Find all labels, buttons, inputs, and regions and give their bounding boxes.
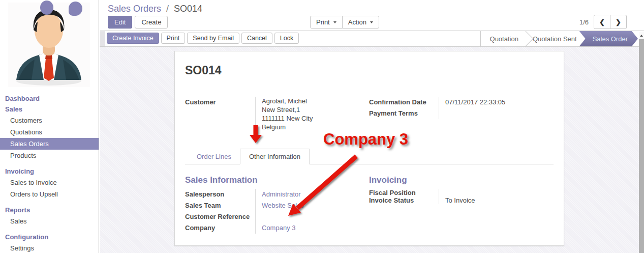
vertical-scrollbar[interactable]	[639, 32, 644, 253]
top-field-groups: Customer Agrolait, Michel New Street,1 1…	[185, 97, 554, 131]
main-area: Sales Orders / SO014 Edit Create Print A…	[100, 0, 644, 253]
statusbar-pipeline: Quotation Quotation Sent Sales Order	[480, 31, 638, 46]
avatar	[8, 3, 90, 87]
confirmation-date-value: 07/11/2017 22:33:05	[445, 97, 554, 108]
sidebar-item-customers[interactable]: Customers	[0, 115, 99, 126]
invoicing-fieldgroup: Fiscal Position Invoice Status To Invoic…	[369, 189, 554, 204]
customer-fieldgroup: Customer Agrolait, Michel New Street,1 1…	[185, 97, 364, 131]
customer-reference-label: Customer Reference	[185, 211, 255, 222]
workflow-buttons: Create Invoice Print Send by Email Cance…	[107, 33, 299, 44]
scrollbar-thumb[interactable]	[639, 39, 644, 253]
form-sheet: SO014 Customer Agrolait, Michel New Stre…	[174, 51, 564, 246]
sidebar-item-settings[interactable]: Settings	[0, 242, 99, 253]
decorative-circle-icon	[40, 1, 53, 15]
salesperson-link[interactable]: Administrator	[262, 189, 364, 200]
company-label: Company	[185, 222, 255, 234]
sheet-bottom-divider	[185, 246, 554, 246]
print-dropdown-button[interactable]: Print	[310, 16, 343, 29]
app-window: Dashboard Sales Customers Quotations Sal…	[0, 0, 644, 253]
send-by-email-button[interactable]: Send by Email	[187, 33, 239, 44]
control-panel: Sales Orders / SO014 Edit Create Print A…	[100, 0, 644, 31]
action-dropdown-label: Action	[348, 18, 366, 26]
sidebar-heading-sales[interactable]: Sales	[0, 104, 99, 115]
scrollbar-up-button[interactable]	[639, 32, 644, 39]
sidebar-heading-reports[interactable]: Reports	[0, 205, 99, 215]
customer-link[interactable]: Agrolait, Michel	[262, 97, 364, 105]
customer-address-line: New Street,1	[262, 105, 364, 114]
create-invoice-button[interactable]: Create Invoice	[107, 33, 159, 44]
payment-terms-label: Payment Terms	[369, 108, 439, 119]
status-row: Create Invoice Print Send by Email Cance…	[100, 31, 644, 47]
breadcrumb-separator: /	[166, 4, 169, 14]
company-link[interactable]: Company 3	[262, 222, 364, 234]
edit-button[interactable]: Edit	[108, 16, 132, 29]
sidebar-heading-invoicing[interactable]: Invoicing	[0, 166, 99, 177]
sidebar-item-sales-report[interactable]: Sales	[0, 215, 99, 227]
sidebar-heading-dashboard[interactable]: Dashboard	[0, 93, 99, 104]
pager: 1/6 ❮ ❯	[579, 15, 627, 29]
customer-label: Customer	[185, 97, 255, 108]
sales-team-label: Sales Team	[185, 200, 255, 211]
sidebar-item-sales-to-invoice[interactable]: Sales to Invoice	[0, 177, 99, 188]
sales-information-heading: Sales Information	[185, 175, 364, 185]
sidebar-item-quotations[interactable]: Quotations	[0, 126, 99, 138]
tab-order-lines[interactable]: Order Lines	[188, 149, 240, 164]
print-dropdown-label: Print	[316, 18, 330, 26]
confirmation-date-label: Confirmation Date	[369, 97, 439, 108]
sidebar-nav: Dashboard Sales Customers Quotations Sal…	[0, 93, 99, 253]
sales-information-fieldgroup: Salesperson Sales Team Customer Referenc…	[185, 189, 364, 234]
payment-terms-value	[445, 108, 554, 119]
caret-down-icon	[333, 21, 336, 23]
status-row-notch	[100, 31, 105, 46]
breadcrumb-current: SO014	[174, 4, 202, 14]
chevron-left-icon: ❮	[599, 18, 605, 26]
invoice-status-value: To Invoice	[445, 196, 554, 204]
dates-fieldgroup: Confirmation Date Payment Terms 07/11/20…	[369, 97, 554, 119]
breadcrumb-parent-link[interactable]: Sales Orders	[108, 4, 161, 14]
pager-next-button[interactable]: ❯	[610, 15, 627, 29]
breadcrumb: Sales Orders / SO014	[100, 0, 644, 14]
record-buttons: Edit Create	[108, 16, 168, 29]
action-buttons: Print Action	[310, 16, 379, 29]
state-sales-order[interactable]: Sales Order	[579, 31, 638, 46]
caret-down-icon	[370, 21, 373, 23]
fiscal-position-label: Fiscal Position	[369, 189, 439, 196]
invoicing-heading: Invoicing	[369, 175, 554, 185]
fiscal-position-value	[445, 189, 554, 196]
customer-address-line: Belgium	[262, 123, 364, 131]
decorative-circle-icon	[69, 2, 82, 16]
notebook-tabs: Order Lines Other Information	[185, 149, 554, 164]
action-dropdown-button[interactable]: Action	[342, 16, 379, 29]
pager-value: 1/6	[579, 18, 589, 26]
customer-address-line: 1111111 New City	[262, 114, 364, 123]
sidebar-heading-configuration[interactable]: Configuration	[0, 232, 99, 242]
customer-reference-value	[262, 211, 364, 222]
pager-previous-button[interactable]: ❮	[594, 15, 610, 29]
sidebar: Dashboard Sales Customers Quotations Sal…	[0, 0, 99, 253]
sidebar-item-orders-to-upsell[interactable]: Orders to Upsell	[0, 188, 99, 200]
record-title: SO014	[185, 64, 554, 77]
sidebar-item-products[interactable]: Products	[0, 150, 99, 161]
scroll-up-icon	[640, 35, 643, 37]
chevron-right-icon: ❯	[616, 18, 621, 26]
other-information-page: Sales Information Salesperson Sales Team…	[185, 175, 554, 234]
create-button[interactable]: Create	[135, 16, 168, 29]
print-button[interactable]: Print	[161, 33, 186, 44]
tab-other-information[interactable]: Other Information	[240, 149, 310, 164]
salesperson-label: Salesperson	[185, 189, 255, 200]
sidebar-item-sales-orders[interactable]: Sales Orders	[0, 138, 99, 150]
sales-team-link[interactable]: Website Sales	[262, 200, 364, 211]
cancel-button[interactable]: Cancel	[241, 33, 272, 44]
invoice-status-label: Invoice Status	[369, 196, 439, 204]
content-area: SO014 Customer Agrolait, Michel New Stre…	[100, 47, 644, 253]
lock-button[interactable]: Lock	[274, 33, 299, 44]
